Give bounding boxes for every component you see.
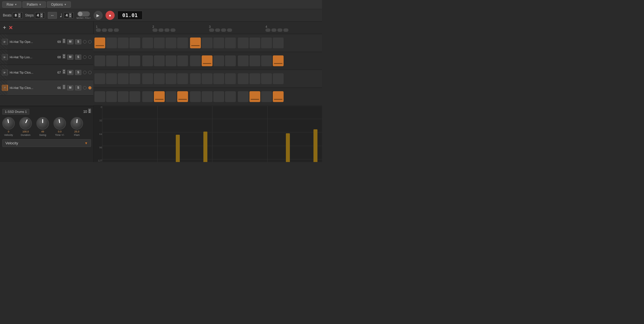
velocity-dropdown[interactable]: Velocity ▼ <box>2 139 91 147</box>
step-cell[interactable] <box>225 91 236 102</box>
track-mute-1[interactable]: M <box>67 39 73 44</box>
step-cell[interactable] <box>154 38 165 48</box>
step-cell[interactable] <box>142 38 153 48</box>
steps-down[interactable]: ▼ <box>40 15 43 18</box>
step-cell[interactable] <box>238 55 249 66</box>
step-cell[interactable] <box>225 55 236 66</box>
track-solo-2[interactable]: S <box>75 55 81 60</box>
step-cell[interactable] <box>129 73 140 84</box>
step-cell[interactable] <box>273 38 284 48</box>
track-solo-4[interactable]: S <box>75 85 81 90</box>
step-cell[interactable] <box>225 73 236 84</box>
step-cell[interactable] <box>106 91 117 102</box>
track-num-up-3[interactable]: ▲ <box>63 69 65 72</box>
step-cell[interactable] <box>94 55 105 66</box>
menu-pattern[interactable]: Pattern ▼ <box>22 1 46 8</box>
step-cell[interactable] <box>142 73 153 84</box>
track-num-down-2[interactable]: ▼ <box>63 56 65 59</box>
step-cell[interactable] <box>177 38 188 48</box>
step-cell[interactable] <box>118 55 129 66</box>
step-cell[interactable] <box>202 91 212 102</box>
step-cell[interactable] <box>261 38 272 48</box>
beats-down[interactable]: ▼ <box>18 15 21 18</box>
step-cell[interactable] <box>190 91 201 102</box>
step-cell[interactable] <box>106 55 117 66</box>
step-cell[interactable] <box>94 73 105 84</box>
step-cell[interactable] <box>261 73 272 84</box>
step-cell[interactable] <box>261 91 272 102</box>
step-cell[interactable] <box>249 55 260 66</box>
step-cell[interactable] <box>202 73 212 84</box>
add-track-button[interactable]: + <box>3 24 6 31</box>
step-cell[interactable] <box>261 55 272 66</box>
record-button[interactable]: ● <box>106 11 115 20</box>
step-cell[interactable] <box>190 55 201 66</box>
track-num-up-1[interactable]: ▲ <box>63 39 65 41</box>
step-cell[interactable] <box>142 55 153 66</box>
velocity-knob[interactable] <box>2 117 15 130</box>
track-row[interactable]: ▶ Hi-Hat Tip Clos... 67 ▲ ▼ M S <box>0 65 93 80</box>
mono-poly-toggle[interactable]: MONO POLY <box>77 11 91 19</box>
track-num-down-1[interactable]: ▼ <box>63 41 65 43</box>
track-solo-1[interactable]: S <box>75 39 81 44</box>
step-cell[interactable] <box>177 73 188 84</box>
steps-up[interactable]: ▲ <box>40 13 43 15</box>
step-cell[interactable] <box>94 38 105 48</box>
step-cell[interactable] <box>238 38 249 48</box>
track-num-up-4[interactable]: ▲ <box>63 85 65 87</box>
step-cell[interactable] <box>166 73 176 84</box>
steps-box[interactable]: 4 ▲ ▼ <box>35 12 45 18</box>
track-num-up-2[interactable]: ▲ <box>63 54 65 56</box>
instrument-num-up[interactable]: ▲ <box>88 109 91 111</box>
step-cell[interactable] <box>166 91 176 102</box>
step-cell[interactable] <box>94 91 105 102</box>
step-cell[interactable] <box>166 38 176 48</box>
step-cell[interactable] <box>249 91 260 102</box>
mono-poly-switch[interactable] <box>77 11 90 16</box>
step-cell[interactable] <box>273 91 284 102</box>
track-mute-3[interactable]: M <box>67 70 73 75</box>
track-mute-4[interactable]: M <box>67 85 73 90</box>
step-cell[interactable] <box>202 38 212 48</box>
step-cell[interactable] <box>213 73 224 84</box>
step-cell[interactable] <box>177 55 188 66</box>
time-sig-down[interactable]: ▼ <box>69 15 72 18</box>
step-cell[interactable] <box>118 38 129 48</box>
duration-knob[interactable] <box>19 117 32 130</box>
time-sig-box[interactable]: 4 ▲ ▼ <box>64 12 74 18</box>
step-cell[interactable] <box>190 38 201 48</box>
step-cell[interactable] <box>249 73 260 84</box>
step-cell[interactable] <box>129 38 140 48</box>
step-cell[interactable] <box>118 91 129 102</box>
swing-knob[interactable] <box>36 117 49 130</box>
step-cell[interactable] <box>106 38 117 48</box>
step-cell[interactable] <box>249 38 260 48</box>
track-row[interactable]: ▼ Hi-Hat Tip Clos... 66 ▲ ▼ M S <box>0 80 93 95</box>
step-cell[interactable] <box>106 73 117 84</box>
time-sig-up[interactable]: ▲ <box>69 13 72 15</box>
step-cell[interactable] <box>129 91 140 102</box>
step-cell[interactable] <box>154 91 165 102</box>
track-solo-3[interactable]: S <box>75 70 81 75</box>
step-cell[interactable] <box>213 38 224 48</box>
time-knob[interactable] <box>53 117 66 130</box>
instrument-num-down[interactable]: ▼ <box>88 111 91 113</box>
menu-options[interactable]: Options ▼ <box>47 1 71 8</box>
track-num-down-4[interactable]: ▼ <box>63 87 65 89</box>
step-cell[interactable] <box>213 91 224 102</box>
track-mute-2[interactable]: M <box>67 55 73 60</box>
step-cell[interactable] <box>166 55 176 66</box>
play-button[interactable]: ▶ <box>94 11 103 20</box>
track-row[interactable]: ▶ Hi-Hat Tip Loo... 68 ▲ ▼ M S <box>0 49 93 65</box>
beats-box[interactable]: 8 ▲ ▼ <box>13 12 23 18</box>
flam-knob[interactable] <box>71 117 83 130</box>
remove-track-button[interactable]: ✕ <box>9 25 13 31</box>
step-cell[interactable] <box>118 73 129 84</box>
step-cell[interactable] <box>154 55 165 66</box>
menu-row[interactable]: Row ▼ <box>2 1 21 8</box>
track-row[interactable]: ▶ Hi-Hat Tip Ope... 69 ▲ ▼ M S <box>0 34 93 49</box>
step-cell[interactable] <box>273 73 284 84</box>
step-cell[interactable] <box>238 73 249 84</box>
step-cell[interactable] <box>129 55 140 66</box>
step-cell[interactable] <box>225 38 236 48</box>
